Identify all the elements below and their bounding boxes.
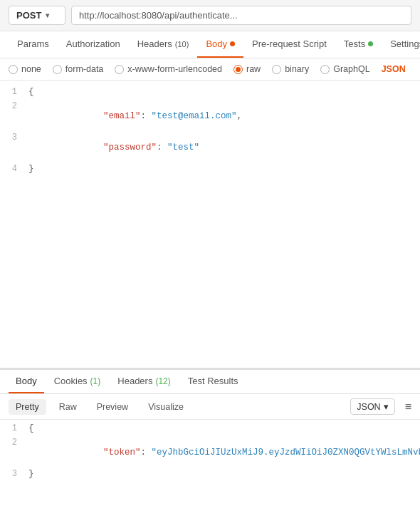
resp-tab-headers[interactable]: Headers (12) [110, 370, 177, 393]
code-line-2: 2 "email": "test@email.com", [0, 100, 420, 132]
method-selector[interactable]: POST ▾ [9, 6, 65, 25]
radio-raw[interactable]: raw [233, 64, 261, 74]
radio-form-data-circle [53, 65, 62, 74]
tabs-nav: Params Authorization Headers (10) Body P… [0, 31, 420, 58]
radio-none-circle [9, 65, 18, 74]
format-tag[interactable]: JSON [382, 64, 406, 74]
radio-graphql-circle [320, 65, 330, 74]
editor-section: none form-data x-www-form-urlencoded raw… [0, 58, 420, 368]
radio-graphql[interactable]: GraphQL [320, 64, 369, 74]
url-input[interactable] [71, 6, 411, 25]
wrap-icon[interactable]: ≡ [405, 401, 411, 413]
tab-authorization[interactable]: Authorization [58, 31, 129, 58]
tab-settings[interactable]: Settings [382, 31, 420, 58]
method-label: POST [16, 10, 41, 21]
radio-urlencoded[interactable]: x-www-form-urlencoded [115, 64, 222, 74]
url-bar: POST ▾ [0, 0, 420, 31]
tab-body[interactable]: Body [197, 31, 243, 58]
resp-body: 1 { 2 "token": "eyJhbGciOiJIUzUxMiJ9.eyJ… [0, 420, 420, 482]
code-line-1: 1 { [0, 86, 420, 100]
code-line-3: 3 "password": "test" [0, 132, 420, 163]
radio-form-data[interactable]: form-data [53, 64, 104, 74]
radio-raw-circle [233, 65, 243, 74]
json-chevron-icon: ▾ [384, 401, 389, 412]
radio-binary[interactable]: binary [272, 64, 309, 74]
code-line-4: 4 } [0, 163, 420, 177]
resp-line-1: 1 { [0, 423, 420, 437]
resp-tab-body[interactable]: Body [9, 370, 44, 393]
fmt-raw-button[interactable]: Raw [52, 399, 84, 415]
method-chevron-icon: ▾ [46, 11, 49, 19]
tab-params[interactable]: Params [9, 31, 58, 58]
fmt-preview-button[interactable]: Preview [90, 399, 135, 415]
response-section: Body Cookies (1) Headers (12) Test Resul… [0, 368, 420, 482]
json-format-select[interactable]: JSON ▾ [350, 398, 394, 415]
resp-line-2: 2 "token": "eyJhbGciOiJIUzUxMiJ9.eyJzdWI… [0, 437, 420, 468]
radio-none[interactable]: none [9, 64, 41, 74]
code-editor[interactable]: 1 { 2 "email": "test@email.com", 3 "pass… [0, 81, 420, 368]
resp-line-3: 3 } [0, 468, 420, 482]
fmt-visualize-button[interactable]: Visualize [141, 399, 191, 415]
fmt-pretty-button[interactable]: Pretty [9, 399, 46, 415]
radio-urlencoded-circle [115, 65, 124, 74]
tab-headers[interactable]: Headers (10) [129, 31, 198, 58]
tests-dot-icon [368, 41, 373, 46]
tab-tests[interactable]: Tests [335, 31, 382, 58]
resp-tab-test-results[interactable]: Test Results [181, 370, 246, 393]
radio-binary-circle [272, 65, 281, 74]
response-tabs: Body Cookies (1) Headers (12) Test Resul… [0, 370, 420, 394]
resp-format-bar: Pretty Raw Preview Visualize JSON ▾ ≡ [0, 394, 420, 420]
resp-tab-cookies[interactable]: Cookies (1) [47, 370, 108, 393]
body-dot-icon [230, 41, 235, 46]
body-type-bar: none form-data x-www-form-urlencoded raw… [0, 58, 420, 81]
main-content: none form-data x-www-form-urlencoded raw… [0, 58, 420, 482]
tab-pre-request[interactable]: Pre-request Script [243, 31, 335, 58]
